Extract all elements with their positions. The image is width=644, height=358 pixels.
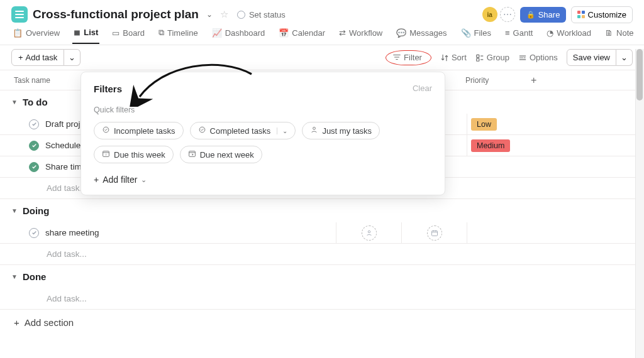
tab-messages[interactable]: 💬Messages bbox=[395, 28, 448, 43]
save-view-dropdown[interactable]: ⌄ bbox=[616, 49, 633, 66]
tab-icon: ▭ bbox=[112, 28, 119, 38]
star-icon[interactable]: ☆ bbox=[220, 9, 228, 20]
share-button[interactable]: 🔒 Share bbox=[520, 7, 567, 23]
tab-label: Timeline bbox=[167, 28, 198, 38]
filter-button[interactable]: Filter bbox=[386, 50, 431, 65]
lock-icon: 🔒 bbox=[526, 11, 535, 19]
complete-checkbox[interactable] bbox=[29, 119, 39, 129]
tab-dashboard[interactable]: 📈Dashboard bbox=[211, 28, 267, 43]
filter-icon bbox=[392, 53, 401, 62]
add-filter-button[interactable]: + Add filter ⌄ bbox=[94, 175, 432, 185]
options-button[interactable]: Options bbox=[518, 53, 558, 62]
add-task-dropdown[interactable]: ⌄ bbox=[64, 49, 80, 66]
chip-icon bbox=[188, 149, 196, 160]
tab-icon: ≡ bbox=[505, 28, 510, 38]
filters-clear-button[interactable]: Clear bbox=[413, 84, 432, 93]
add-task-label: Add task bbox=[26, 53, 58, 62]
tab-files[interactable]: 📎Files bbox=[460, 28, 492, 43]
sort-button[interactable]: Sort bbox=[440, 53, 467, 62]
section-name: Done bbox=[23, 271, 47, 282]
tab-label: Note bbox=[616, 28, 633, 38]
add-column-button[interactable]: + bbox=[531, 75, 536, 86]
task-name: Draft proj bbox=[45, 119, 80, 129]
scrollbar-thumb[interactable] bbox=[636, 49, 643, 100]
filters-popover: Filters Clear Quick filters Incomplete t… bbox=[80, 72, 445, 195]
tab-timeline[interactable]: ⧉Timeline bbox=[157, 28, 199, 43]
priority-badge[interactable]: Low bbox=[471, 118, 497, 131]
share-label: Share bbox=[538, 10, 560, 19]
svg-rect-4 bbox=[431, 231, 437, 236]
assignee-placeholder[interactable] bbox=[362, 225, 377, 241]
section-header[interactable]: ▼Doing bbox=[0, 199, 644, 222]
add-section-button[interactable]: + Add section bbox=[0, 310, 644, 335]
add-member-button[interactable]: ⋯ bbox=[500, 7, 515, 22]
tab-icon: 📋 bbox=[13, 28, 23, 38]
tab-note[interactable]: 🗎Note bbox=[604, 28, 635, 43]
tab-workload[interactable]: ◔Workload bbox=[545, 28, 592, 43]
add-task-label: Add task... bbox=[47, 294, 87, 303]
priority-badge[interactable]: Medium bbox=[471, 139, 510, 152]
complete-checkbox[interactable] bbox=[29, 141, 39, 151]
save-view-button[interactable]: Save view bbox=[567, 49, 616, 66]
tab-label: Overview bbox=[26, 28, 60, 38]
caret-icon: ▼ bbox=[11, 99, 18, 106]
add-task-label: Add task... bbox=[47, 249, 87, 259]
svg-point-7 bbox=[313, 127, 316, 129]
add-task-row[interactable]: Add task... bbox=[0, 244, 644, 265]
quick-filter-chip[interactable]: 7Due this week bbox=[94, 146, 174, 163]
caret-icon: ▼ bbox=[11, 207, 18, 214]
chip-icon: 7 bbox=[102, 149, 110, 160]
sort-icon bbox=[440, 53, 449, 62]
add-filter-label: Add filter bbox=[103, 175, 137, 185]
section-name: Doing bbox=[23, 205, 50, 216]
tab-label: Workload bbox=[557, 28, 591, 38]
tab-label: Files bbox=[474, 28, 491, 38]
complete-checkbox[interactable] bbox=[29, 162, 39, 172]
tab-label: List bbox=[84, 28, 98, 37]
tab-label: Board bbox=[123, 28, 145, 38]
tab-icon: 📅 bbox=[279, 28, 289, 38]
svg-rect-1 bbox=[477, 58, 479, 61]
set-status-label: Set status bbox=[249, 10, 286, 19]
quick-filter-chip[interactable]: Just my tasks bbox=[302, 122, 380, 139]
tab-workflow[interactable]: ⇄Workflow bbox=[338, 28, 384, 43]
quick-filter-chip[interactable]: Incomplete tasks bbox=[94, 122, 184, 139]
avatar[interactable]: ia bbox=[482, 7, 497, 22]
tab-list[interactable]: ≣List bbox=[72, 28, 99, 44]
project-menu-chevron[interactable]: ⌄ bbox=[204, 8, 215, 21]
chevron-down-icon[interactable]: ⌄ bbox=[277, 127, 287, 134]
chevron-down-icon: ⌄ bbox=[141, 176, 147, 184]
add-task-row[interactable]: Add task... bbox=[0, 288, 644, 310]
add-task-button[interactable]: + Add task bbox=[11, 49, 64, 66]
due-date-placeholder[interactable] bbox=[427, 225, 442, 241]
task-row[interactable]: share meeting bbox=[0, 222, 644, 244]
add-section-label: Add section bbox=[25, 317, 74, 328]
customize-button[interactable]: Customize bbox=[571, 6, 633, 23]
set-status-button[interactable]: Set status bbox=[237, 10, 286, 19]
chip-icon bbox=[102, 126, 110, 136]
tab-board[interactable]: ▭Board bbox=[111, 28, 146, 43]
plus-icon: + bbox=[94, 175, 99, 185]
quick-filter-chip[interactable]: Due next week bbox=[180, 146, 262, 163]
customize-icon bbox=[577, 11, 584, 18]
tab-label: Workflow bbox=[349, 28, 382, 38]
plus-icon: + bbox=[18, 53, 23, 62]
section-header[interactable]: ▼Done bbox=[0, 265, 644, 288]
chip-icon bbox=[198, 126, 206, 136]
svg-point-2 bbox=[525, 57, 526, 58]
chip-label: Due next week bbox=[200, 150, 254, 160]
tab-icon: 🗎 bbox=[605, 28, 613, 38]
section-name: To do bbox=[23, 97, 48, 107]
complete-checkbox[interactable] bbox=[29, 228, 39, 238]
chip-label: Completed tasks bbox=[210, 126, 271, 136]
tab-overview[interactable]: 📋Overview bbox=[11, 28, 61, 43]
tab-calendar[interactable]: 📅Calendar bbox=[277, 28, 326, 43]
task-name: Schedule bbox=[45, 141, 80, 150]
quick-filter-chip[interactable]: Completed tasks⌄ bbox=[190, 122, 296, 139]
task-name: Share tim bbox=[45, 162, 82, 171]
sort-label: Sort bbox=[452, 53, 467, 62]
group-button[interactable]: Group bbox=[475, 53, 509, 62]
options-icon bbox=[518, 53, 527, 62]
scrollbar[interactable] bbox=[635, 49, 644, 358]
tab-gantt[interactable]: ≡Gantt bbox=[504, 28, 534, 43]
